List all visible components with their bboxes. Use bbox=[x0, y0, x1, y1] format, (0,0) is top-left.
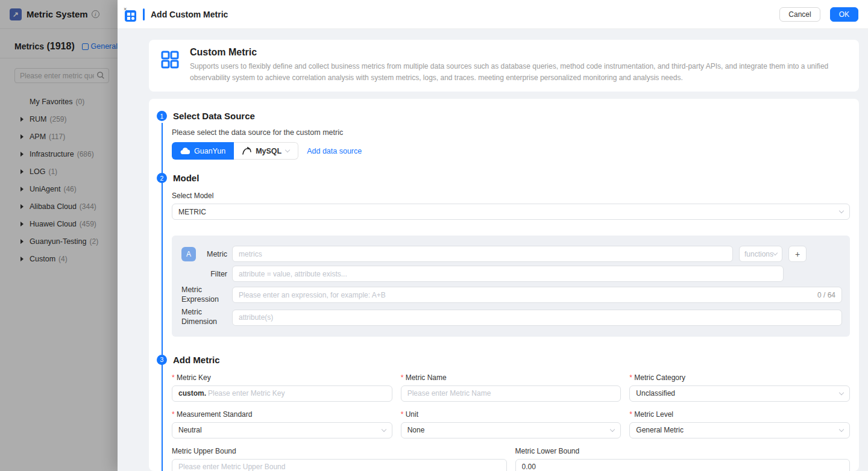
metric-upper-bound-input[interactable] bbox=[172, 459, 507, 471]
add-metric-row-button[interactable]: + bbox=[788, 246, 807, 262]
data-source-segmented-control: GuanYun MySQL bbox=[172, 142, 298, 160]
mysql-source-button[interactable]: MySQL bbox=[234, 142, 298, 160]
chevron-down-icon bbox=[839, 390, 844, 395]
metric-lower-bound-input[interactable] bbox=[515, 459, 851, 471]
step2-title: Model bbox=[173, 173, 199, 183]
add-data-source-link[interactable]: Add data source bbox=[307, 147, 362, 155]
metric-dimension-input[interactable] bbox=[232, 310, 842, 326]
drawer-body: Custom Metric Supports users to flexibly… bbox=[118, 29, 868, 471]
intro-description: Supports users to flexibly define and co… bbox=[190, 61, 841, 83]
measurement-standard-field: Measurement Standard Neutral bbox=[172, 410, 392, 438]
filter-row: Filter bbox=[181, 266, 842, 282]
step3-title: Add Metric bbox=[173, 355, 220, 365]
metric-name-label: Metric Name bbox=[401, 373, 621, 382]
filter-input[interactable] bbox=[232, 266, 784, 282]
step1-title: Select Data Source bbox=[173, 111, 255, 121]
mysql-label: MySQL bbox=[256, 147, 281, 155]
metric-level-select[interactable]: General Metric bbox=[629, 422, 850, 438]
select-model-label: Select Model bbox=[172, 192, 850, 200]
title-accent-bar bbox=[143, 8, 145, 20]
custom-metric-intro-card: Custom Metric Supports users to flexibly… bbox=[149, 40, 859, 92]
custom-metric-form-card: 1 Select Data Source Please select the d… bbox=[149, 99, 859, 471]
metric-input[interactable] bbox=[232, 246, 733, 262]
measurement-standard-value: Neutral bbox=[178, 426, 202, 434]
metric-fields-row1: Metric Key custom. Please enter Metric K… bbox=[172, 373, 850, 402]
data-source-row: GuanYun MySQL Add data source bbox=[172, 142, 850, 160]
drawer-header: × Add Custom Metric Cancel OK bbox=[118, 0, 868, 29]
unit-field: Unit None bbox=[401, 410, 621, 438]
functions-select-value: functions bbox=[744, 250, 773, 258]
metric-query-controls: functions + bbox=[232, 246, 807, 262]
chevron-down-icon bbox=[839, 426, 844, 431]
measurement-standard-select[interactable]: Neutral bbox=[172, 422, 392, 438]
metric-category-value: Unclassified bbox=[636, 389, 675, 398]
metric-expression-row: Metric Expression Please enter an expres… bbox=[181, 285, 842, 304]
custom-metric-tab-icon[interactable]: × bbox=[124, 7, 137, 22]
dimension-controls bbox=[232, 310, 842, 326]
intro-title: Custom Metric bbox=[190, 47, 841, 58]
model-select[interactable]: METRIC bbox=[172, 204, 850, 220]
step-model: 2 Model Select Model METRIC A Metric bbox=[157, 173, 850, 337]
metric-label: Metric bbox=[207, 250, 227, 258]
metric-lower-bound-field: Metric Lower Bound bbox=[515, 447, 851, 471]
metric-fields-row2: Measurement Standard Neutral Unit None bbox=[172, 410, 850, 438]
metric-dimension-row: Metric Dimension bbox=[181, 308, 842, 326]
expression-controls: Please enter an expression, for example:… bbox=[232, 287, 842, 303]
ok-button[interactable]: OK bbox=[830, 7, 858, 22]
cancel-button[interactable]: Cancel bbox=[779, 7, 820, 22]
step1-number-badge: 1 bbox=[157, 111, 167, 121]
metric-category-field: Metric Category Unclassified bbox=[629, 373, 850, 402]
chevron-down-icon bbox=[381, 426, 386, 431]
guanyun-source-button[interactable]: GuanYun bbox=[172, 142, 234, 160]
step1-header: 1 Select Data Source bbox=[157, 111, 850, 121]
unit-value: None bbox=[407, 426, 425, 434]
guanyun-label: GuanYun bbox=[194, 147, 225, 155]
filter-controls bbox=[232, 266, 784, 282]
drawer-mask[interactable] bbox=[0, 0, 118, 471]
step2-number-badge: 2 bbox=[157, 173, 167, 183]
metric-query-panel: A Metric functions + bbox=[172, 236, 850, 337]
drawer-title: Add Custom Metric bbox=[151, 10, 228, 19]
metric-key-input[interactable]: custom. Please enter Metric Key bbox=[172, 385, 392, 402]
measurement-standard-label: Measurement Standard bbox=[172, 410, 392, 419]
metric-key-prefix: custom. bbox=[178, 389, 206, 398]
step2-header: 2 Model bbox=[157, 173, 850, 183]
metric-level-field: Metric Level General Metric bbox=[629, 410, 850, 438]
metric-key-label: Metric Key bbox=[172, 373, 392, 382]
chevron-down-icon bbox=[285, 148, 290, 152]
model-select-value: METRIC bbox=[178, 208, 206, 216]
functions-select[interactable]: functions bbox=[739, 246, 782, 262]
chevron-down-icon bbox=[839, 208, 844, 213]
expression-placeholder: Please enter an expression, for example:… bbox=[239, 291, 386, 299]
unit-select[interactable]: None bbox=[401, 422, 621, 438]
cloud-icon bbox=[180, 148, 190, 155]
metric-expression-input[interactable]: Please enter an expression, for example:… bbox=[232, 287, 842, 303]
step-add-metric: 3 Add Metric Metric Key custom. Please e… bbox=[157, 355, 850, 471]
expression-char-counter: 0 / 64 bbox=[817, 291, 835, 299]
metric-upper-bound-field: Metric Upper Bound bbox=[172, 447, 507, 471]
metric-level-value: General Metric bbox=[636, 426, 684, 434]
metric-key-field: Metric Key custom. Please enter Metric K… bbox=[172, 373, 392, 402]
add-custom-metric-drawer: × Add Custom Metric Cancel OK Custom Met… bbox=[118, 0, 868, 471]
data-source-hint: Please select the data source for the cu… bbox=[172, 128, 850, 137]
metric-level-label: Metric Level bbox=[629, 410, 850, 419]
mysql-dolphin-icon bbox=[242, 147, 251, 155]
metric-key-placeholder: Please enter Metric Key bbox=[208, 389, 285, 398]
metric-lower-bound-label: Metric Lower Bound bbox=[515, 447, 851, 455]
step-select-data-source: 1 Select Data Source Please select the d… bbox=[157, 111, 850, 160]
query-a-badge: A bbox=[181, 247, 196, 261]
dashboard-grid-icon bbox=[125, 10, 136, 22]
drawer-actions: Cancel OK bbox=[779, 7, 858, 22]
custom-metric-grid-icon bbox=[161, 51, 179, 83]
chevron-down-icon bbox=[773, 251, 778, 255]
metric-name-input[interactable] bbox=[401, 385, 621, 402]
unit-label: Unit bbox=[401, 410, 621, 419]
step3-header: 3 Add Metric bbox=[157, 355, 850, 365]
metric-category-select[interactable]: Unclassified bbox=[629, 385, 850, 402]
metric-dimension-label: Metric Dimension bbox=[181, 308, 227, 326]
metric-upper-bound-label: Metric Upper Bound bbox=[172, 447, 507, 455]
metric-row-label: A Metric bbox=[181, 247, 227, 261]
step3-number-badge: 3 bbox=[157, 355, 167, 365]
chevron-down-icon bbox=[610, 426, 615, 431]
metric-query-row: A Metric functions + bbox=[181, 246, 842, 262]
